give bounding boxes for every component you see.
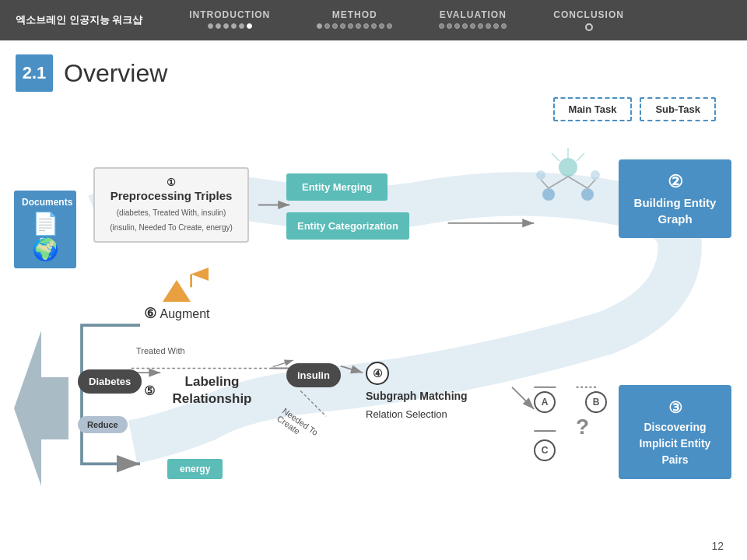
svg-point-19	[542, 188, 555, 201]
insulin-label: insulin	[297, 369, 330, 381]
nav-dot	[371, 23, 377, 29]
svg-line-25	[541, 180, 549, 188]
node-a-label: A	[542, 397, 549, 408]
discovering-title: Discovering Implicit Entity Pairs	[628, 419, 722, 468]
nav-dot	[317, 23, 322, 29]
nav-dot	[332, 23, 338, 29]
nav-dots-evaluation	[439, 23, 507, 29]
nav-item-introduction[interactable]: INTRODUCTION	[166, 9, 293, 31]
page-number: 12	[711, 540, 724, 552]
graph-svg	[525, 144, 611, 222]
nav-dot	[501, 23, 507, 29]
nav-dot	[324, 23, 330, 29]
question-mark: ?	[576, 415, 589, 439]
svg-point-22	[591, 170, 600, 180]
nav-dots-conclusion	[585, 23, 593, 31]
nav-dot	[231, 23, 237, 29]
svg-line-12	[341, 366, 363, 373]
svg-point-21	[536, 170, 545, 180]
svg-line-26	[587, 180, 595, 188]
document-icon: 📄🌍	[22, 211, 68, 262]
energy-label: energy	[180, 464, 210, 474]
subgraph-matching-label: Subgraph Matching	[366, 390, 521, 402]
legend-area: Main Task Sub-Task	[553, 97, 716, 121]
relation-selection-label: Relation Selection	[366, 408, 521, 420]
nav-dot	[340, 23, 345, 29]
entity-merging-label: Entity Merging	[302, 181, 372, 193]
nav-dot	[462, 23, 468, 29]
graph-visualization	[525, 144, 611, 222]
nav-dot	[387, 23, 392, 29]
nav-item-method[interactable]: METHOD	[293, 9, 416, 31]
preprocess-sub2: (insulin, Needed To Create, energy)	[106, 222, 237, 233]
documents-label: Documents	[22, 197, 72, 208]
augment-up-arrow-icon	[163, 280, 191, 302]
nav-dot	[239, 23, 244, 29]
reduce-box: Reduce	[78, 416, 128, 433]
svg-line-28	[577, 153, 584, 161]
nav-dot	[447, 23, 452, 29]
nav-label-method: METHOD	[332, 9, 377, 20]
building-num: ②	[631, 170, 719, 194]
nav-dot	[439, 23, 444, 29]
nav-dot-conclusion	[585, 23, 593, 31]
brand-logo: 엑소브레인 인공지능 워크샵	[16, 13, 142, 27]
augment-box: ⑥ Augment	[144, 280, 210, 322]
preprocess-sub1: (diabetes, Treated With, insulin)	[106, 208, 237, 219]
svg-point-18	[559, 158, 577, 177]
nav-dot	[478, 23, 483, 29]
nav-item-conclusion[interactable]: CONCLUSION	[530, 9, 647, 31]
preprocess-title: Preprocessing Triples	[106, 188, 237, 204]
large-back-arrow	[14, 331, 68, 486]
question-mark-text: ?	[576, 415, 589, 439]
preprocess-num: ①	[106, 177, 237, 188]
nav-label-conclusion: CONCLUSION	[553, 9, 624, 20]
legend-main-task: Main Task	[553, 97, 633, 121]
augment-label: Augment	[160, 307, 209, 320]
svg-marker-30	[14, 331, 68, 486]
building-entity-graph-box: ② Building Entity Graph	[619, 159, 731, 238]
top-navigation: 엑소브레인 인공지능 워크샵 INTRODUCTION METHOD	[0, 0, 747, 40]
nav-dot	[486, 23, 491, 29]
needed-to-create-label: Needed ToCreate	[275, 406, 320, 445]
nav-dot	[208, 23, 213, 29]
augment-num: ⑥	[144, 306, 156, 321]
node-c-label: C	[542, 445, 549, 456]
nav-label-introduction: INTRODUCTION	[189, 9, 270, 20]
nav-dot-active	[247, 23, 252, 29]
svg-line-14	[300, 391, 326, 417]
section-number: 2.1	[16, 54, 53, 92]
entity-merging-box: Entity Merging	[286, 173, 388, 201]
reduce-label: Reduce	[87, 420, 118, 429]
preprocess-box: ① Preprocessing Triples (diabetes, Treat…	[93, 167, 249, 243]
nav-item-evaluation[interactable]: EVALUATION	[416, 9, 530, 31]
documents-box: Documents 📄🌍	[14, 191, 76, 268]
nav-items: INTRODUCTION METHOD	[166, 9, 731, 31]
nav-dot	[379, 23, 384, 29]
nav-dot	[356, 23, 361, 29]
diabetes-label: Diabetes	[89, 376, 131, 387]
entity-categorization-box: Entity Categorization	[286, 212, 409, 240]
node-b-label: B	[593, 397, 600, 408]
labeling-title: Labeling Relationship	[160, 373, 265, 408]
nav-dot	[216, 23, 221, 29]
nav-dot	[493, 23, 499, 29]
svg-line-29	[552, 153, 559, 161]
discovering-num: ③	[628, 396, 722, 419]
labeling-num: ⑤	[144, 383, 155, 398]
nav-dot	[223, 23, 229, 29]
diabetes-box: Diabetes	[78, 369, 142, 394]
building-title: Building Entity Graph	[631, 194, 719, 227]
node-c: C	[534, 439, 556, 461]
nav-dot	[363, 23, 369, 29]
svg-line-23	[549, 177, 568, 188]
svg-point-20	[581, 188, 594, 201]
section-title: Overview	[64, 59, 167, 88]
back-arrow-svg	[14, 331, 68, 486]
discovering-implicit-entity-pairs-box: ③ Discovering Implicit Entity Pairs	[619, 385, 731, 479]
node-b: B	[585, 391, 607, 413]
nav-dots-introduction	[208, 23, 252, 29]
diagram-area: Documents 📄🌍 ① Preprocessing Triples (di…	[0, 128, 747, 537]
svg-line-24	[568, 177, 587, 188]
nav-label-evaluation: EVALUATION	[440, 9, 507, 20]
